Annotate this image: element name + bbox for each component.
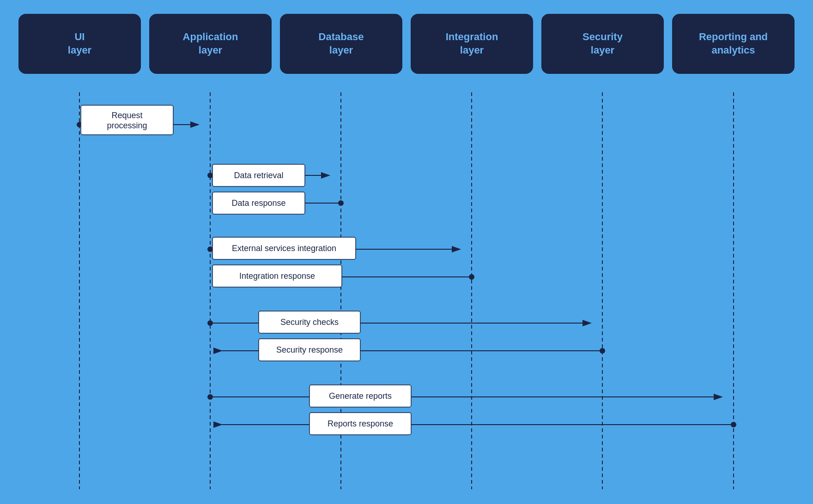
dot-reports-response-start: [731, 422, 736, 427]
header-application-layer: Applicationlayer: [149, 14, 272, 74]
box-security-response: [259, 339, 360, 361]
label-integration-response: Integration response: [239, 271, 315, 281]
sequence-diagram-svg: Request processing Data retrieval Data r…: [0, 0, 813, 504]
dot-ext-services-start: [207, 246, 213, 252]
label-request-processing2: processing: [107, 121, 147, 130]
box-security-checks: [259, 311, 360, 333]
dot-integration-response-start: [469, 274, 474, 280]
label-data-retrieval: Data retrieval: [234, 171, 283, 180]
dot-request-processing-start: [77, 122, 82, 127]
box-data-retrieval: [212, 164, 305, 186]
header-security-layer: Securitylayer: [541, 14, 664, 74]
diagram-container: UIlayer Applicationlayer Databaselayer I…: [0, 0, 813, 504]
label-reports-response: Reports response: [328, 419, 393, 428]
header-row: UIlayer Applicationlayer Databaselayer I…: [0, 0, 813, 74]
dot-data-response-start: [338, 200, 344, 206]
label-security-response: Security response: [276, 345, 343, 354]
label-request-processing: Request: [111, 111, 142, 120]
box-request-processing: [81, 105, 173, 135]
label-security-checks: Security checks: [280, 318, 339, 327]
dot-generate-reports-start: [207, 394, 213, 400]
header-database-layer: Databaselayer: [280, 14, 402, 74]
dot-security-response-start: [600, 348, 605, 354]
dot-data-retrieval-start: [207, 173, 213, 178]
label-generate-reports: Generate reports: [329, 391, 392, 401]
header-reporting-analytics: Reporting andanalytics: [672, 14, 795, 74]
box-ext-services: [212, 237, 356, 259]
header-integration-layer: Integrationlayer: [411, 14, 533, 74]
box-generate-reports: [309, 385, 411, 407]
header-ui-layer: UIlayer: [18, 14, 141, 74]
dot-security-checks-start: [207, 320, 213, 326]
box-data-response: [212, 192, 305, 214]
box-integration-response: [212, 265, 342, 287]
box-reports-response: [309, 413, 411, 435]
label-ext-services: External services integration: [232, 244, 336, 253]
label-data-response: Data response: [231, 198, 285, 208]
